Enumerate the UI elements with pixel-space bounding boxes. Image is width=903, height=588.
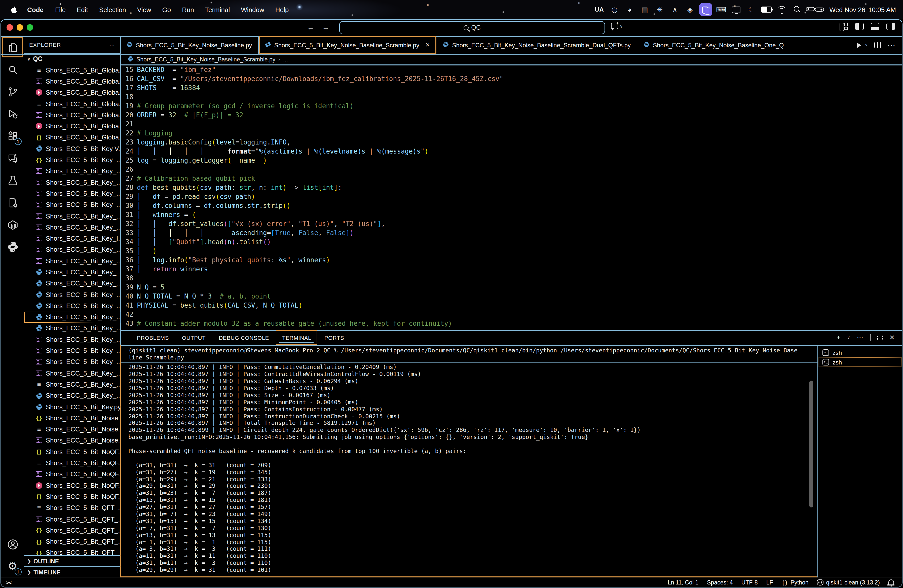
file-row[interactable]: Shors_ECC_5_Bit_Key_...: [24, 165, 120, 177]
editor-tab-2[interactable]: Shors_ECC_5_Bit_Key_Noise_Baseline_Scram…: [259, 36, 437, 54]
file-row[interactable]: Shors_ECC_5_Bit_Key_...: [24, 199, 120, 211]
search-activity-icon[interactable]: [1, 58, 24, 80]
editor-tab-3[interactable]: Shors_ECC_5_Bit_Key_Noise_Baseline_Scram…: [436, 36, 637, 54]
panel-tab-ports[interactable]: PORTS: [318, 330, 351, 345]
toggle-primary-sidebar-icon[interactable]: [855, 23, 864, 30]
status-item-qiskit1-clean-3-13-2-[interactable]: qiskit1-clean (3.13.2): [817, 579, 880, 585]
terminal-list-item[interactable]: >_zsh: [818, 348, 902, 357]
status-item-utf-8[interactable]: UTF-8: [741, 579, 758, 585]
file-row[interactable]: Shors_ECC_5_Bit_Globa...: [24, 121, 120, 132]
file-row[interactable]: Shors_ECC_5_Bit_Key_...: [24, 345, 120, 357]
file-row[interactable]: Shors_ECC_5_Bit_Key_...: [24, 300, 120, 311]
menu-item-view[interactable]: View: [132, 6, 157, 13]
menu-time[interactable]: 10:05 AM: [868, 6, 896, 13]
run-debug-icon[interactable]: [1, 103, 24, 125]
drop-icon[interactable]: ◍: [609, 4, 621, 15]
remote-indicator-icon[interactable]: ><: [1, 579, 16, 586]
container-icon[interactable]: [1, 214, 24, 236]
file-row[interactable]: {}Shors_ECC_5_Bit_NoQF...: [24, 491, 120, 502]
file-row[interactable]: Shors_ECC_5_Bit_NoQF...: [24, 480, 120, 491]
control-center-icon[interactable]: [806, 4, 824, 15]
panel-tab-output[interactable]: OUTPUT: [175, 330, 212, 345]
panel-more-actions-icon[interactable]: ⋯: [857, 334, 864, 341]
zoom-window-button[interactable]: [27, 24, 33, 31]
menu-item-code[interactable]: Code: [21, 6, 50, 13]
menu-item-help[interactable]: Help: [270, 6, 294, 13]
file-row[interactable]: Shors_ECC_5_Bit_Key_...: [24, 334, 120, 345]
close-window-button[interactable]: [6, 24, 13, 31]
maximize-panel-icon[interactable]: [877, 335, 883, 340]
menu-item-selection[interactable]: Selection: [94, 6, 132, 13]
menu-item-run[interactable]: Run: [176, 6, 200, 13]
code-runner-icon[interactable]: [1, 191, 24, 214]
panel-tab-problems[interactable]: PROBLEMS: [131, 330, 175, 345]
copilot-button[interactable]: ✦ ∨: [611, 23, 623, 29]
split-editor-icon[interactable]: [874, 42, 881, 48]
openai-icon[interactable]: ✳: [654, 4, 666, 15]
file-row[interactable]: {}Shors_ECC_5_Bit_NoQF...: [24, 446, 120, 458]
source-control-icon[interactable]: [1, 80, 24, 103]
file-row[interactable]: Shors_ECC_5_Bit_Globa...: [24, 109, 120, 121]
close-icon[interactable]: ✕: [425, 42, 430, 48]
diamond-icon[interactable]: ◈: [684, 4, 696, 15]
menu-item-edit[interactable]: Edit: [71, 6, 94, 13]
customize-layout-icon[interactable]: [840, 23, 848, 30]
file-row[interactable]: Shors_ECC_5_Bit_Key_I...: [24, 233, 120, 244]
file-row[interactable]: Shors_ECC_5_Bit_Key V...: [24, 143, 120, 154]
notes-icon[interactable]: ▤: [639, 4, 651, 15]
file-row[interactable]: {}Shors_ECC_5_Bit_QFT_...: [24, 536, 120, 547]
window-manager-icon[interactable]: [699, 3, 712, 16]
panel-tab-terminal[interactable]: TERMINAL: [275, 330, 318, 345]
command-center-search[interactable]: QC: [339, 21, 605, 34]
file-row[interactable]: Shors_ECC_5_Bit_QFT_...: [24, 514, 120, 525]
file-row[interactable]: Shors_ECC_5_Bit_Key_...: [24, 211, 120, 222]
sidebar-section-outline[interactable]: ❯OUTLINE: [24, 555, 120, 566]
file-row[interactable]: ≡Shors_ECC_5_Bit_Globa...: [24, 64, 120, 76]
file-row[interactable]: Shors_ECC_5_Bit_Key_...: [24, 267, 120, 278]
menu-item-window[interactable]: Window: [235, 6, 270, 13]
menu-item-go[interactable]: Go: [157, 6, 177, 13]
status-item-lf[interactable]: LF: [766, 579, 773, 585]
file-row[interactable]: Shors_ECC_5_Bit_Key_...: [24, 222, 120, 233]
wifi-icon[interactable]: [776, 4, 788, 15]
file-row[interactable]: Shors_ECC_5_Bit_Globa...: [24, 87, 120, 98]
panel-tab-debug-console[interactable]: DEBUG CONSOLE: [212, 330, 275, 345]
nav-forward-icon[interactable]: →: [322, 23, 329, 31]
file-row[interactable]: Shors_ECC_5_Bit_Key_...: [24, 368, 120, 379]
file-row[interactable]: Shors_ECC_5_Bit_Key_...: [24, 289, 120, 300]
file-row[interactable]: Shors_ECC_5_Bit_Key_...: [24, 356, 120, 368]
breadcrumb[interactable]: Shors_ECC_5_Bit_Key_Noise_Baseline_Scram…: [120, 54, 902, 64]
terminal-profile-chevron-icon[interactable]: ∨: [847, 335, 850, 340]
file-row[interactable]: ≡Shors_ECC_5_Bit_Noise...: [24, 424, 120, 435]
file-row[interactable]: Shors_ECC_5_Bit_Key_...: [24, 188, 120, 200]
editor-tab-1[interactable]: Shors_ECC_5_Bit_Key_Noise_Baseline.py: [120, 36, 259, 54]
toggle-secondary-sidebar-icon[interactable]: [886, 23, 895, 30]
status-item-ln-11-col-1[interactable]: Ln 11, Col 1: [668, 579, 698, 585]
toggle-panel-icon[interactable]: [871, 23, 879, 30]
status-item-spaces-4[interactable]: Spaces: 4: [707, 579, 733, 585]
file-row[interactable]: Shors_ECC_5_Bit_Key_...: [24, 278, 120, 289]
file-row[interactable]: ≡Shors_ECC_5_Bit_Globa...: [24, 98, 120, 110]
file-row[interactable]: Shors_ECC_5_Bit_Key_...: [24, 311, 120, 323]
folder-root-qc[interactable]: ∨ QC: [24, 53, 120, 64]
run-python-file-button[interactable]: ∨: [857, 42, 868, 47]
mountain-icon[interactable]: ∧: [669, 4, 681, 15]
spotlight-icon[interactable]: [791, 4, 803, 15]
file-row[interactable]: Shors_ECC_5_Bit_Globa...: [24, 76, 120, 87]
file-row[interactable]: ≡Shors_ECC_5_Bit_Key_...: [24, 379, 120, 390]
file-row[interactable]: {}Shors_ECC_5_Bit_QFT_...: [24, 525, 120, 536]
file-row[interactable]: {}Shors_ECC_5_Bit_Globa...: [24, 132, 120, 143]
nav-back-icon[interactable]: ←: [307, 23, 314, 31]
account-icon[interactable]: [1, 533, 24, 555]
file-row[interactable]: {}Shors_ECC_5_Bit_Noise...: [24, 412, 120, 424]
breadcrumb-more[interactable]: ...: [283, 56, 288, 62]
menu-item-file[interactable]: File: [50, 6, 71, 13]
moon-icon[interactable]: ☾: [746, 4, 758, 15]
file-row[interactable]: Shors_ECC_5_Bit_NoQF...: [24, 469, 120, 480]
swirl-icon[interactable]: ◕: [624, 4, 636, 15]
python-activity-icon[interactable]: [1, 236, 24, 258]
input-source-indicator[interactable]: UA: [593, 4, 606, 15]
chat-activity-icon[interactable]: [1, 147, 24, 169]
code-editor[interactable]: 15BACKEND = "ibm_fez"16CAL_CSV = "/Users…: [120, 66, 902, 330]
file-row[interactable]: Shors_ECC_5_Bit_Key_...: [24, 255, 120, 267]
